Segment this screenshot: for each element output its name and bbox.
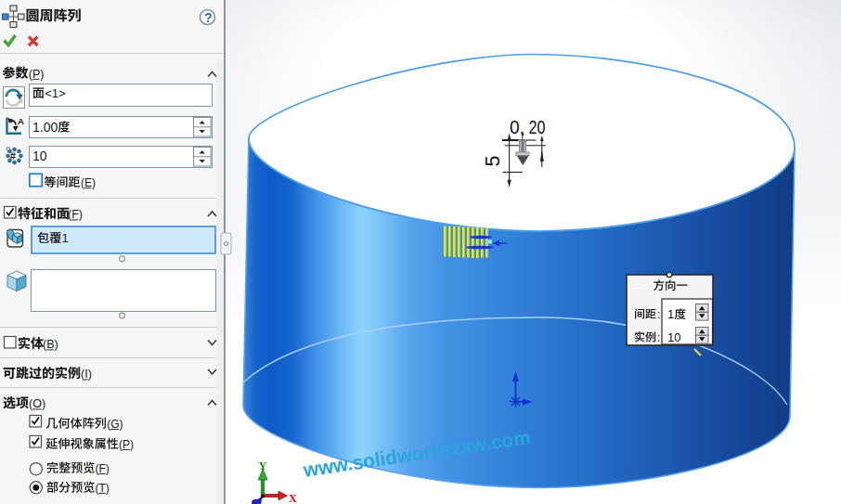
svg-text:(F): (F) — [68, 208, 83, 221]
svg-text:1: 1 — [62, 231, 69, 245]
svg-text:10: 10 — [667, 330, 680, 344]
svg-text:(P): (P) — [29, 68, 45, 81]
svg-text:#: # — [10, 150, 16, 162]
svg-text:(T): (T) — [96, 482, 110, 495]
svg-text:(O): (O) — [29, 397, 45, 410]
svg-text:(G): (G) — [107, 418, 123, 431]
svg-text:?: ? — [204, 10, 213, 25]
svg-text:1.00: 1.00 — [32, 120, 58, 135]
svg-text:(I): (I) — [81, 368, 92, 381]
svg-text:1: 1 — [667, 307, 674, 321]
svg-text:(F): (F) — [96, 462, 110, 475]
svg-text:(B): (B) — [43, 338, 58, 351]
svg-text::: : — [657, 308, 660, 321]
svg-text:10: 10 — [32, 149, 47, 163]
svg-text:20: 20 — [528, 116, 545, 137]
svg-text:X: X — [289, 492, 297, 504]
svg-text:(P): (P) — [119, 438, 134, 451]
svg-text::: : — [657, 331, 660, 344]
svg-text:(E): (E) — [81, 176, 96, 189]
svg-text:A: A — [18, 116, 24, 126]
svg-text:5: 5 — [482, 156, 504, 167]
svg-text:<1>: <1> — [45, 86, 65, 100]
